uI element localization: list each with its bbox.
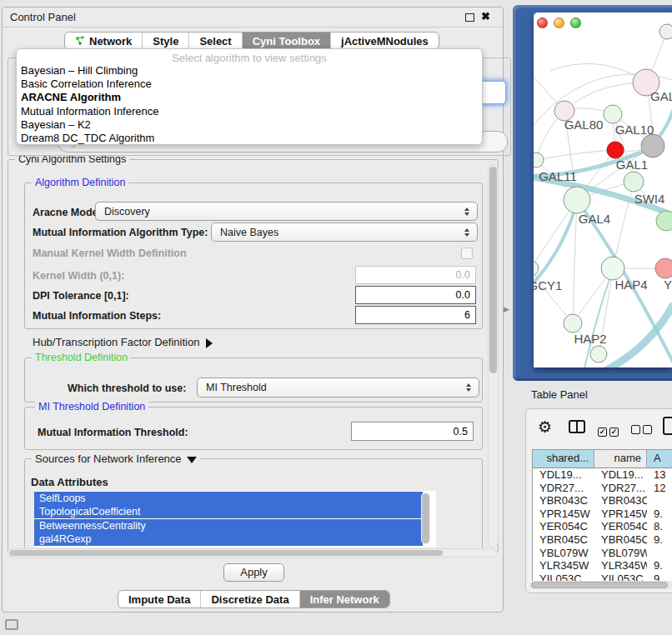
algorithm-option-aracne-algorithm[interactable]: ARACNE Algorithm (17, 91, 482, 104)
dpi-tolerance-field[interactable]: 0.0 (355, 286, 476, 304)
network-node[interactable] (659, 24, 672, 39)
node-label-hap2: HAP2 (574, 332, 606, 346)
attributes-scrollbar[interactable] (421, 492, 430, 544)
attribute-topologicalcoefficient[interactable]: TopologicalCoefficient (34, 505, 423, 518)
node-label-gal1: GAL1 (616, 158, 648, 172)
attribute-selfloops[interactable]: SelfLoops (34, 492, 423, 505)
network-node[interactable] (624, 172, 644, 192)
tab-discretize-data[interactable]: Discretize Data (200, 591, 298, 608)
table-cell: YLR345W (533, 559, 594, 572)
table-row[interactable]: YDL19...YDL19...13 (533, 468, 672, 482)
network-canvas[interactable]: GALGAL80GAL10GAL1GAL11SWI4GAL4GCY1HAP4YH… (534, 12, 672, 368)
apply-button[interactable]: Apply (223, 563, 284, 582)
table-cell: 9. (647, 508, 672, 521)
tab-infer-network[interactable]: Infer Network (299, 591, 389, 608)
algorithm-option-dream8-dc-tdc-algorithm[interactable]: Dream8 DC_TDC Algorithm (17, 132, 482, 145)
table-cell: YBL079W (533, 547, 594, 560)
table-cell: YER054C (594, 520, 647, 533)
algorithm-list: Bayesian – Hill ClimbingBasic Correlatio… (17, 64, 482, 145)
tab-select[interactable]: Select (188, 32, 241, 49)
table-cell: YBR045C (594, 533, 647, 547)
hub-definition-label: Hub/Transcription Factor Definition (33, 336, 199, 348)
table-row[interactable]: YLR345WYLR345W9. (533, 559, 672, 572)
tab-network[interactable]: Network (65, 32, 142, 49)
settings-vertical-scrollbar[interactable] (488, 164, 499, 548)
algorithm-dropdown-popup: Select algorithm to view settings Bayesi… (16, 48, 483, 145)
attribute-gal4rgexp[interactable]: gal4RGexp (34, 532, 423, 546)
algorithm-option-bayesian-k2[interactable]: Bayesian – K2 (17, 118, 482, 132)
table-cell: 9. (647, 559, 672, 572)
node-label-gal4: GAL4 (579, 212, 610, 226)
network-node[interactable] (534, 261, 539, 276)
mi-type-combo[interactable]: Naive Bayes (211, 222, 478, 242)
table-horizontal-scrollbar[interactable] (529, 581, 672, 589)
checked-boxes-icon[interactable]: ✓✓ (598, 422, 621, 438)
node-table: shared...nameA YDL19...YDL19...13YDR27..… (532, 449, 672, 587)
table-row[interactable]: YBL079WYBL079W (533, 547, 672, 560)
node-label-gal11: GAL11 (539, 169, 577, 183)
network-node[interactable] (604, 105, 622, 123)
sources-toggle[interactable]: Sources for Network Inference (32, 452, 200, 465)
float-window-icon[interactable] (465, 13, 474, 22)
which-threshold-label: Which threshold to use: (68, 382, 186, 394)
network-node[interactable] (564, 314, 582, 332)
which-threshold-combo[interactable]: MI Threshold (197, 378, 479, 398)
column-header-a[interactable]: A (647, 450, 672, 468)
manual-kernel-checkbox[interactable] (461, 248, 473, 259)
table-cell: YBR043C (533, 494, 594, 508)
network-node[interactable] (607, 142, 624, 158)
table-row[interactable]: YBR043CYBR043C (533, 494, 672, 508)
table-cell: YBR045C (533, 533, 594, 547)
bottom-tabs: Impute DataDiscretize DataInfer Network (118, 590, 390, 608)
algorithm-option-basic-correlation-inference[interactable]: Basic Correlation Inference (17, 78, 482, 91)
aracne-mode-label: Aracne Mode: (33, 207, 102, 218)
node-label-swi4: SWI4 (634, 192, 665, 206)
network-node[interactable] (601, 257, 624, 280)
algorithm-definition-title: Algorithm Definition (32, 177, 128, 188)
attribute-betweennesscentrality[interactable]: BetweennessCentrality (34, 519, 423, 532)
mi-type-label: Mutual Information Algorithm Type: (33, 227, 208, 238)
close-icon[interactable]: ✖ (481, 10, 490, 22)
table-panel-window: ⚙ ✓✓ shared...nameA YDL19...YDL19...13YD… (525, 408, 672, 593)
unchecked-boxes-icon[interactable] (631, 422, 654, 438)
algorithm-option-mutual-information-inference[interactable]: Mutual Information Inference (17, 105, 482, 118)
spinner-arrows-icon (464, 208, 469, 216)
collapse-down-icon (187, 457, 197, 463)
table-row[interactable]: YER054CYER054C8. (533, 520, 672, 533)
network-node[interactable] (656, 211, 672, 231)
table-cell: YDL19... (594, 468, 647, 482)
kernel-width-field[interactable]: 0.0 (355, 266, 476, 284)
table-cell: YBR043C (594, 494, 647, 508)
tab-style[interactable]: Style (142, 32, 188, 49)
collapsed-panel-icon[interactable] (5, 619, 18, 630)
table-row[interactable]: YBR045CYBR045C9. (533, 533, 672, 547)
table-cell: 13 (647, 468, 672, 482)
mi-threshold-label: Mutual Information Threshold: (38, 427, 188, 438)
tab-cyni-toolbox[interactable]: Cyni Toolbox (242, 32, 330, 49)
gear-icon[interactable]: ⚙ (538, 418, 552, 437)
column-header-shared[interactable]: shared... (533, 450, 594, 468)
algorithm-option-bayesian-hill-climbing[interactable]: Bayesian – Hill Climbing (17, 64, 482, 78)
aracne-mode-combo[interactable]: Discovery (95, 202, 478, 221)
mi-threshold-field[interactable]: 0.5 (351, 422, 474, 441)
network-node[interactable] (641, 134, 664, 158)
column-header-name[interactable]: name (594, 450, 647, 468)
table-row[interactable]: YDR27...YDR27...12 (533, 482, 672, 495)
settings-horizontal-scrollbar[interactable] (7, 548, 497, 558)
network-node[interactable] (590, 346, 607, 362)
document-icon[interactable] (663, 417, 672, 435)
node-label-gcy1: GCY1 (534, 278, 562, 292)
tab-jactivemnodules[interactable]: jActiveMNodules (330, 32, 439, 49)
tab-impute-data[interactable]: Impute Data (118, 591, 200, 608)
mi-steps-field[interactable]: 6 (355, 306, 476, 324)
node-label-hap4: HAP4 (614, 278, 647, 292)
network-node[interactable] (655, 258, 672, 278)
control-panel-window: Control Panel ✖ NetworkStyleSelectCyni T… (2, 7, 504, 612)
table-row[interactable]: YPR145WYPR145W9. (533, 508, 672, 521)
mi-threshold-title: MI Threshold Definition (35, 401, 148, 412)
network-node[interactable] (564, 187, 590, 213)
columns-icon[interactable] (569, 420, 585, 433)
panel-divider-handle[interactable]: ▶ (504, 305, 509, 313)
table-cell (647, 547, 672, 560)
hub-definition-toggle[interactable]: Hub/Transcription Factor Definition (33, 336, 213, 348)
